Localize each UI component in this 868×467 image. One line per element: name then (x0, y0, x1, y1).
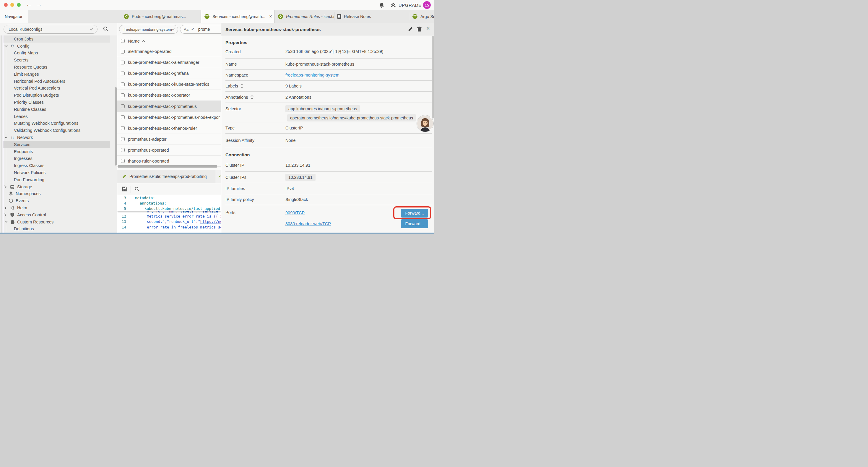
kubeconfig-selector[interactable]: Local Kubeconfigs (4, 25, 97, 34)
save-icon[interactable] (122, 186, 127, 192)
close-icon[interactable]: × (426, 25, 430, 32)
sidebar-item-namespaces[interactable]: Namespaces (0, 191, 117, 198)
sidebar-item-priority-classes[interactable]: Priority Classes (0, 99, 117, 106)
row-checkbox[interactable] (121, 126, 125, 130)
sidebar-item-ingress-classes[interactable]: Ingress Classes (0, 162, 117, 169)
tab-release-notes[interactable]: Release Notes (335, 10, 409, 23)
table-row[interactable]: kube-prometheus-stack-thanos-ruler (117, 123, 221, 134)
editor-tab-prometheusrule[interactable]: PrometheusRule: freeleaps-prod-rabbitmq (117, 170, 215, 183)
sidebar-item-ingresses[interactable]: Ingresses (0, 155, 117, 162)
sidebar-item-storage[interactable]: Storage (0, 183, 117, 191)
regex-icon[interactable]: ▪* (191, 27, 194, 31)
editor-tab-partial[interactable] (216, 170, 221, 183)
chevron-down-icon[interactable] (4, 221, 8, 223)
tab-services[interactable]: Services - icecheng@math... × (201, 10, 275, 23)
row-checkbox[interactable] (121, 148, 125, 152)
case-sensitive-icon[interactable]: Aa (184, 27, 188, 32)
sidebar-item-cron-jobs[interactable]: Cron Jobs (0, 35, 117, 42)
table-row[interactable]: kube-prometheus-stack-alertmanager (117, 57, 221, 68)
name-column-header[interactable]: Name (128, 38, 140, 43)
table-row[interactable]: prometheus-adapter (117, 134, 221, 145)
namespace-selector[interactable]: freeleaps-monitoring-system (119, 25, 178, 34)
select-all-checkbox[interactable] (121, 39, 125, 43)
horizontal-scrollbar[interactable] (118, 165, 217, 168)
delete-trash-icon[interactable] (417, 27, 422, 32)
unfold-icon[interactable] (251, 95, 253, 99)
row-checkbox[interactable] (121, 137, 125, 141)
row-checkbox[interactable] (121, 83, 125, 86)
row-checkbox[interactable] (121, 50, 125, 54)
row-checkbox[interactable] (121, 61, 125, 64)
forward-arrow-icon[interactable]: → (36, 1, 42, 8)
sidebar-item-custom-resources[interactable]: Custom Resources (0, 218, 117, 226)
yaml-editor[interactable]: 3metadata: 4annotations: 5kubectl.kubern… (117, 195, 221, 233)
sidebar-item-helm[interactable]: Helm (0, 204, 117, 211)
sidebar-item-network[interactable]: ↑↓ Network (0, 134, 117, 141)
sidebar-item-leases[interactable]: Leases (0, 113, 117, 120)
code-link[interactable]: https://net (200, 219, 221, 224)
sidebar-item-services[interactable]: Services (0, 141, 117, 148)
row-checkbox[interactable] (121, 159, 125, 163)
macos-zoom-button[interactable] (17, 3, 21, 7)
sidebar-item-config[interactable]: ⚙ Config (0, 42, 117, 50)
edit-pencil-icon[interactable] (408, 27, 413, 32)
forward-port-button[interactable]: Forward... (401, 209, 428, 217)
table-row[interactable]: alertmanager-operated (117, 46, 221, 57)
upgrade-button[interactable]: UPGRADE (390, 2, 422, 8)
annotations-value[interactable]: 2 Annotations (285, 95, 311, 99)
close-icon[interactable]: × (269, 14, 272, 19)
chevron-right-icon[interactable] (4, 213, 8, 216)
table-row[interactable]: prometheus-operated (117, 145, 221, 156)
row-checkbox[interactable] (121, 71, 125, 76)
table-row[interactable]: kube-prometheus-stack-prometheus-node-ex… (117, 112, 221, 123)
sidebar-item-pod-disruption-budgets[interactable]: Pod Disruption Budgets (0, 92, 117, 99)
labels-value[interactable]: 9 Labels (285, 84, 302, 88)
sidebar-item-limit-ranges[interactable]: Limit Ranges (0, 71, 117, 78)
notifications-bell-icon[interactable] (379, 2, 384, 8)
row-checkbox[interactable] (121, 93, 125, 97)
sidebar-item-endpoints[interactable]: Endpoints (0, 148, 117, 155)
navigator-panel-tab[interactable]: Navigator (0, 10, 28, 23)
macos-close-button[interactable] (4, 3, 8, 7)
user-avatar[interactable] (416, 115, 434, 132)
chevron-right-icon[interactable] (4, 185, 8, 188)
table-row[interactable]: kube-prometheus-stack-operator (117, 90, 221, 101)
table-row[interactable]: kube-prometheus-stack-kube-state-metrics (117, 79, 221, 90)
sort-ascending-icon[interactable] (142, 40, 145, 42)
port-link-8080[interactable]: 8080:reloader-web/TCP (285, 222, 331, 226)
namespace-link[interactable]: freeleaps-monitoring-system (285, 73, 339, 78)
editor-search-icon[interactable] (134, 186, 140, 192)
tab-pods[interactable]: Pods - icecheng@mathmas... (121, 10, 201, 23)
sidebar-item-secrets[interactable]: Secrets (0, 56, 117, 63)
list-search-input[interactable]: Aa ▪* prome (180, 25, 221, 34)
sidebar-item-validating-webhook-configurations[interactable]: Validating Webhook Configurations (0, 127, 117, 134)
navigator-scrollbar[interactable] (115, 87, 117, 166)
sidebar-item-port-forwarding[interactable]: Port Forwarding (0, 176, 117, 183)
table-row-selected[interactable]: kube-prometheus-stack-prometheus (117, 101, 221, 112)
unfold-icon[interactable] (241, 84, 243, 88)
detail-scrollbar[interactable] (432, 36, 434, 119)
back-arrow-icon[interactable]: ← (26, 1, 32, 8)
sidebar-item-config-maps[interactable]: Config Maps (0, 50, 117, 57)
sidebar-item-horizontal-pod-autoscalers[interactable]: Horizontal Pod Autoscalers (0, 78, 117, 85)
notification-count-badge[interactable]: 15 (423, 1, 431, 9)
macos-minimize-button[interactable] (10, 3, 14, 7)
sidebar-item-events[interactable]: Events (0, 197, 117, 204)
row-checkbox[interactable] (121, 115, 125, 119)
chevron-down-icon[interactable] (4, 137, 8, 139)
chevron-down-icon[interactable] (4, 45, 8, 47)
chevron-right-icon[interactable] (4, 206, 8, 209)
sidebar-item-definitions[interactable]: Definitions (0, 226, 117, 233)
sidebar-item-network-policies[interactable]: Network Policies (0, 169, 117, 176)
sidebar-item-vertical-pod-autoscalers[interactable]: Vertical Pod Autoscalers (0, 85, 117, 92)
forward-port-button[interactable]: Forward... (401, 219, 428, 228)
table-row[interactable]: kube-prometheus-stack-grafana (117, 68, 221, 79)
tab-argo[interactable]: Argo Se (409, 10, 434, 23)
sidebar-item-resource-quotas[interactable]: Resource Quotas (0, 63, 117, 71)
tab-prometheus-rules[interactable]: Prometheus Rules - icecheng... (275, 10, 335, 23)
sidebar-item-access-control[interactable]: Access Control (0, 211, 117, 218)
sidebar-item-runtime-classes[interactable]: Runtime Classes (0, 106, 117, 113)
search-icon[interactable] (103, 26, 109, 32)
sidebar-item-mutating-webhook-configurations[interactable]: Mutating Webhook Configurations (0, 120, 117, 127)
port-link-9090[interactable]: 9090/TCP (285, 210, 305, 215)
